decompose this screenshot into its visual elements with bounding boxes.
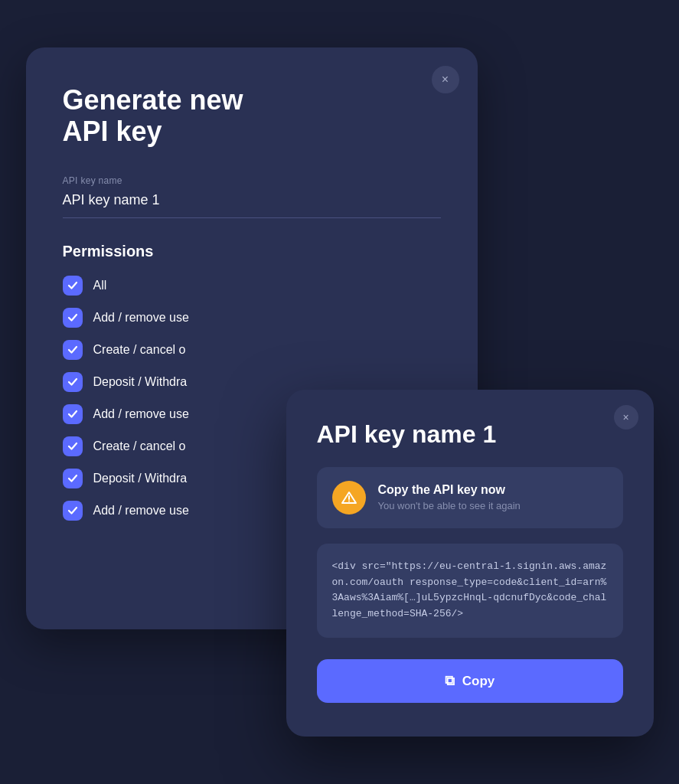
checkbox-1[interactable] xyxy=(63,308,83,328)
api-key-code: <div src="https://eu-central-1.signin.aw… xyxy=(317,544,623,638)
api-key-result-modal: × API key name 1 Copy the API key now Yo… xyxy=(286,390,654,737)
api-key-name-label: API key name xyxy=(63,175,441,186)
list-item: Add / remove use xyxy=(63,308,441,328)
warning-title: Copy the API key now xyxy=(378,483,521,497)
permission-label-6: Deposit / Withdra xyxy=(93,472,188,485)
permission-label-7: Add / remove use xyxy=(93,504,189,518)
copy-icon: ⧉ xyxy=(445,673,455,689)
copy-button[interactable]: ⧉ Copy xyxy=(317,659,623,703)
api-key-name-value: API key name 1 xyxy=(63,192,441,218)
list-item: All xyxy=(63,276,441,296)
permission-label-all: All xyxy=(93,279,107,292)
close-bg-button[interactable]: × xyxy=(432,66,459,93)
warning-text: Copy the API key now You won't be able t… xyxy=(378,483,521,511)
modal-bg-title: Generate new API key xyxy=(63,84,441,148)
checkbox-2[interactable] xyxy=(63,340,83,360)
list-item: Deposit / Withdra xyxy=(63,372,441,392)
close-fg-button[interactable]: × xyxy=(614,405,638,430)
permission-label-5: Create / cancel o xyxy=(93,439,186,453)
warning-icon xyxy=(332,481,366,514)
checkbox-4[interactable] xyxy=(63,404,83,424)
list-item: Create / cancel o xyxy=(63,340,441,360)
permission-label-3: Deposit / Withdra xyxy=(93,375,188,389)
permission-label-4: Add / remove use xyxy=(93,407,189,421)
warning-box: Copy the API key now You won't be able t… xyxy=(317,467,623,528)
api-key-result-title: API key name 1 xyxy=(317,420,623,449)
checkbox-6[interactable] xyxy=(63,469,83,488)
permission-label-2: Create / cancel o xyxy=(93,343,186,357)
checkbox-3[interactable] xyxy=(63,372,83,392)
permission-label-1: Add / remove use xyxy=(93,311,189,325)
permissions-heading: Permissions xyxy=(63,243,441,260)
warning-subtitle: You won't be able to see it again xyxy=(378,500,521,511)
checkbox-7[interactable] xyxy=(63,501,83,521)
checkbox-all[interactable] xyxy=(63,276,83,296)
svg-point-1 xyxy=(348,500,350,501)
checkbox-5[interactable] xyxy=(63,436,83,456)
copy-button-label: Copy xyxy=(462,674,495,689)
